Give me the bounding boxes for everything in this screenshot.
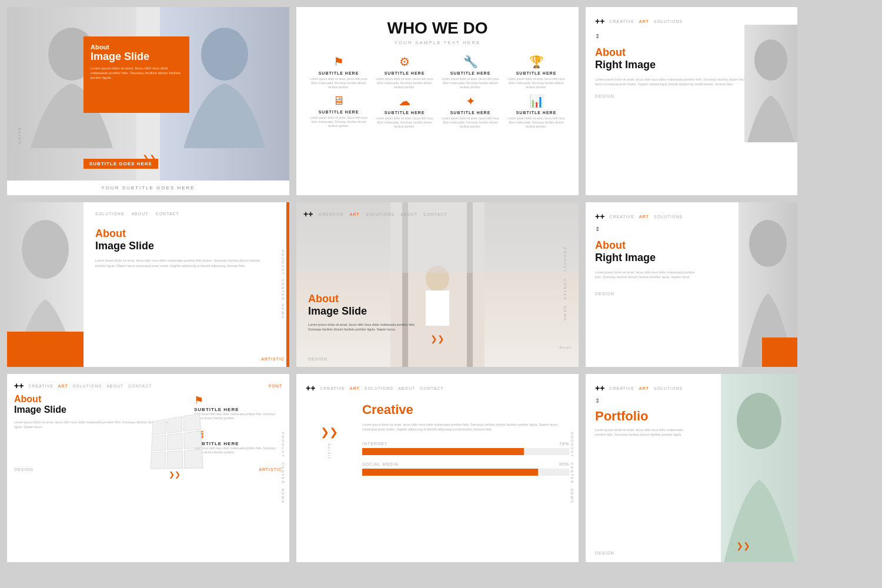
slide5-nav-art: ART [350,212,360,216]
slide1-orange-box: About Image Slide Lorem ipsum dolor sit … [83,36,189,113]
slide5-nav-contact: CONTACT [423,212,447,216]
slide4-left-photo [7,202,83,367]
slide8-news: NEWS [570,489,574,504]
slide5-nav: ++ CREATIVE ART SOLUTIONS ABOUT CONTACT [303,209,572,219]
slide9-nav-solutions: SOLUTIONS [654,386,683,390]
slide-portfolio: ++ CREATIVE ART SOLUTIONS ⇕ Portfolio Lo… [586,374,797,562]
slide8-scroll-chevron-icon: ❯❯ [320,426,338,439]
slide3-person-img [744,25,797,142]
slide4-about-label: About [95,228,265,240]
cube-cell-9 [184,449,203,469]
slide6-nav-solutions: SOLUTIONS [654,215,683,219]
monitor-icon: 🖥 [308,94,369,108]
slide7-title: Image Slide [14,405,185,415]
cube-cell-5 [167,433,183,450]
icon-item-7: ✦ SUBTITLE HERE Lorem ipsum dolor sit am… [440,94,501,129]
slide9-lorem: Lorem ipsum dolor sit amet, lacus nibh r… [595,427,689,437]
slide9-nav-art: ART [639,386,649,390]
cube-cell-3 [183,413,201,432]
slide5-about-label: About [308,293,426,305]
slide2-icons-grid: ⚑ SUBTITLE HERE Lorem ipsum dolor sit am… [308,55,567,129]
slide8-social-bar-bg [362,469,569,476]
slide1-bottom-subtitle: YOUR SUBTITLE GOES HERE [7,181,289,195]
slide8-nav: ++ CREATIVE ART SOLUTIONS ABOUT CONTACT [306,383,569,393]
slide5-nav-creative: CREATIVE [319,212,344,216]
slide7-right-bar: PRODUCT CENTER NEWS [276,374,289,562]
slide7-news: NEWS [281,489,285,504]
slide7-desc2: Subir lecus nibh risus dolor malesuada p… [194,446,282,455]
svg-point-2 [754,39,787,81]
slide-about-right-image-mid: ++ CREATIVE ART SOLUTIONS ⇕ About Right … [586,202,797,367]
slide4-center-label: CENTER [281,279,285,301]
slide1-photo-area: About Image Slide Lorem ipsum dolor sit … [7,7,289,181]
slide7-nav-creative: CREATIVE [28,384,54,388]
slide9-chevron-icon: ❯❯ [736,541,750,550]
slide7-design: DESIGN [14,467,34,472]
slide8-stat-internet: INTERNET 78% [362,442,569,455]
slide8-nav-about: ABOUT [398,386,415,390]
slide5-product-label: PRODUCT [563,248,567,273]
slide8-nav-solutions: SOLUTIONS [365,386,393,390]
slide7-nav-art: ART [58,384,68,388]
svg-point-1 [201,28,248,81]
slide-creative: ++ CREATIVE ART SOLUTIONS ABOUT CONTACT … [296,374,579,562]
slide-about-image: About Image Slide Lorem ipsum dolor sit … [7,7,289,195]
slide4-news-label: NEWS [281,304,285,319]
slide7-subtitle2: SUBTITLE HERE [194,441,282,446]
icon-desc-5: Lorem ipsum dolor sit amet, lacus nibh r… [308,116,369,128]
slide4-title: Image Slide [95,240,265,252]
slide6-nav-plus: ++ [595,212,604,221]
slide3-nav-solutions: SOLUTIONS [654,19,683,24]
slide7-icon2: 🖥 SUBTITLE HERE Subir lecus nibh risus d… [194,429,282,455]
slide5-nav-plus: ++ [303,209,313,219]
slide8-internet-bar-fill [362,448,524,455]
slide5-nav-about: ABOUT [400,212,417,216]
slide8-lorem: Lorem ipsum dolor sit amet. lacus nibh r… [362,422,569,432]
trophy-icon: 🏆 [506,55,567,69]
slide3-nav-creative: CREATIVE [609,19,634,24]
svg-rect-8 [426,290,449,326]
slide5-news-label: NEWS [563,306,567,322]
icon-label-2: SUBTITLE HERE [374,71,435,75]
slide8-nav-art: ART [350,386,360,390]
slide-about-right-image-top: ++ CREATIVE ART SOLUTIONS ⇕ About Right … [586,7,797,195]
slide1-chevron-icon: ❯❯ [142,153,156,163]
slide7-product: PRODUCT [281,432,285,458]
slide-about-fullbg: ++ CREATIVE ART SOLUTIONS ABOUT CONTACT … [296,202,579,367]
cube-cell-6 [183,430,202,449]
slide4-nav: SOLUTIONS ABOUT CONTACT [95,212,265,216]
slide8-right-bar: PRODUCT CENTER NEWS [566,374,579,562]
icon-label-8: SUBTITLE HERE [506,111,567,115]
slide6-lorem: Lorem ipsum dolor sit amet, lacus nibh r… [595,270,701,280]
slide8-stat-social: SOCIAL MEDIA 85% [362,462,569,476]
slide8-internet-text: INTERNET [362,442,387,446]
slide7-subtitle1: SUBTITLE HERE [194,407,282,412]
icon-desc-8: Lorem ipsum dolor sit amet, lacus nibh r… [506,116,567,129]
slide1-scroll: Scroll [18,128,22,145]
slide5-right-labels: PRODUCT CENTER NEWS [563,248,567,322]
slide8-creative-title: Creative [362,402,569,417]
slide8-social-label: SOCIAL MEDIA 85% [362,462,569,466]
cube-chevron-icon: ❯❯ [148,470,201,479]
slide4-orange-bar [286,202,289,367]
icon-desc-1: Lorem ipsum dolor sit amet, lacus nibh r… [308,77,369,89]
cloud-icon: ☁ [374,94,435,108]
slide7-center: CENTER [281,463,285,485]
icon-item-6: ☁ SUBTITLE HERE Lorem ipsum dolor sit am… [374,94,435,129]
slide7-nav-contact: CONTACT [128,384,152,388]
slide8-nav-plus: ++ [306,383,315,393]
tools-icon: 🔧 [440,55,501,69]
cube-cell-2 [167,416,182,433]
monitor-icon-2: 🖥 [194,429,282,441]
slide8-social-text: SOCIAL MEDIA [362,462,399,466]
gear-icon: ⚙ [374,55,435,69]
icon-label-3: SUBTITLE HERE [440,71,501,75]
svg-point-10 [749,220,787,267]
slide5-center-label: CENTER [563,279,567,301]
cube-face [150,413,203,469]
slide7-nav-about: ABOUT [106,384,123,388]
icon-desc-2: Lorem ipsum dolor sit amet, lacus nibh r… [374,77,435,89]
slide2-main-title: WHO WE DO [308,19,567,38]
icon-label-1: SUBTITLE HERE [308,71,369,75]
star-icon: ✦ [440,94,501,108]
